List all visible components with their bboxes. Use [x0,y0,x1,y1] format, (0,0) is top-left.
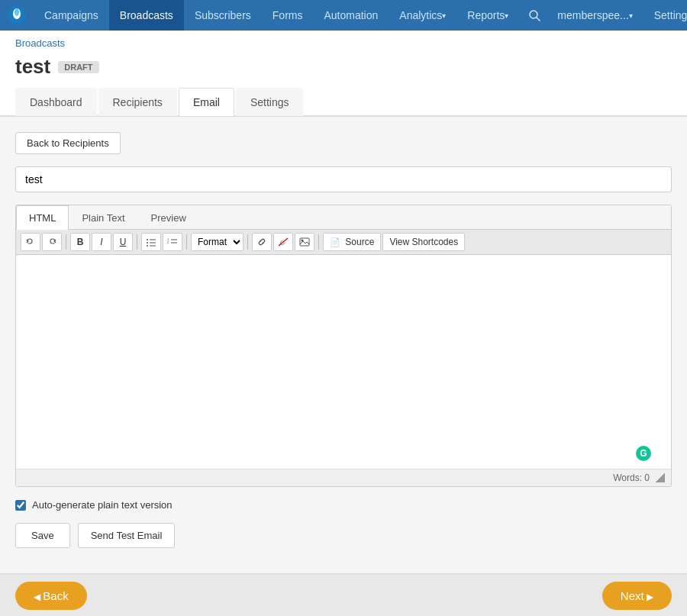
auto-generate-label: Auto-generate plain text version [32,499,173,511]
draft-badge: DRAFT [58,61,98,73]
tab-settings[interactable]: Settings [236,88,304,116]
next-nav-button[interactable]: Next [602,582,672,610]
toolbar-separator-2 [137,234,137,250]
action-buttons: Save Send Test Email [15,523,672,548]
tab-recipients[interactable]: Recipients [98,88,177,116]
link-button[interactable] [252,233,272,251]
back-nav-button[interactable]: Back [15,582,87,610]
toolbar-separator-1 [66,234,66,250]
editor-toolbar: B I U 1.2. Format [16,230,671,255]
source-button[interactable]: 📄 Source [323,233,381,251]
word-count-label: Words: [613,472,642,483]
editor-tab-preview[interactable]: Preview [138,205,199,230]
svg-text:2.: 2. [167,240,169,244]
svg-rect-16 [300,238,309,246]
nav-account[interactable]: memberspee... [547,0,643,31]
svg-point-5 [147,239,148,240]
breadcrumb-link[interactable]: Broadcasts [15,37,65,49]
grammarly-icon: G [636,446,651,461]
toolbar-separator-5 [318,234,319,250]
auto-generate-checkbox[interactable] [15,500,26,511]
svg-point-2 [15,8,19,16]
main-content: Back to Recipients HTML Plain Text Previ… [0,117,687,579]
word-count: 0 [644,472,650,483]
breadcrumb-bar: Broadcasts test DRAFT Dashboard Recipien… [0,31,687,117]
nav-automation[interactable]: Automation [313,0,389,31]
italic-button[interactable]: I [92,233,111,251]
tab-dashboard[interactable]: Dashboard [15,88,97,116]
nav-broadcasts[interactable]: Broadcasts [109,0,184,31]
editor-tabs: HTML Plain Text Preview [16,205,671,230]
bold-button[interactable]: B [70,233,90,251]
resize-handle[interactable] [656,473,665,482]
back-to-recipients-button[interactable]: Back to Recipients [15,132,121,154]
nav-subscribers[interactable]: Subscribers [184,0,262,31]
svg-point-7 [147,242,148,243]
nav-analytics[interactable]: Analytics [389,0,456,31]
save-button[interactable]: Save [15,523,70,548]
underline-button[interactable]: U [113,233,133,251]
ordered-list-button[interactable]: 1.2. [163,233,182,251]
image-button[interactable] [295,233,314,251]
app-logo [6,3,27,27]
unlink-button[interactable] [273,233,293,251]
format-select[interactable]: Format [191,233,244,251]
nav-right: memberspee... Settings Support [547,0,687,31]
auto-generate-row: Auto-generate plain text version [15,499,672,511]
search-icon[interactable] [522,0,547,31]
editor-tab-html[interactable]: HTML [16,205,69,230]
editor-footer: Words: 0 [16,469,671,486]
nav-settings[interactable]: Settings [643,0,687,31]
send-test-email-button[interactable]: Send Test Email [78,523,176,548]
editor-tab-plaintext[interactable]: Plain Text [69,205,137,230]
nav-campaigns[interactable]: Campaigns [34,0,109,31]
svg-line-4 [537,18,540,21]
page-tabs: Dashboard Recipients Email Settings [0,88,687,116]
nav-forms[interactable]: Forms [262,0,314,31]
toolbar-separator-4 [247,234,248,250]
view-shortcodes-button[interactable]: View Shortcodes [382,233,465,251]
svg-point-9 [147,245,148,247]
nav-reports[interactable]: Reports [456,0,519,31]
source-icon: 📄 [330,237,340,247]
page-title: test [15,55,50,79]
toolbar-separator-3 [186,234,187,250]
subject-input[interactable] [15,166,672,192]
undo-button[interactable] [21,233,40,251]
bottom-nav-bar: Back Next [0,573,687,616]
redo-button[interactable] [42,233,62,251]
tab-email[interactable]: Email [179,88,234,116]
editor-body[interactable]: G [16,255,671,469]
email-editor: HTML Plain Text Preview B I U 1.2. [15,205,672,487]
unordered-list-button[interactable] [141,233,161,251]
nav-bar: Campaigns Broadcasts Subscribers Forms A… [0,0,687,31]
